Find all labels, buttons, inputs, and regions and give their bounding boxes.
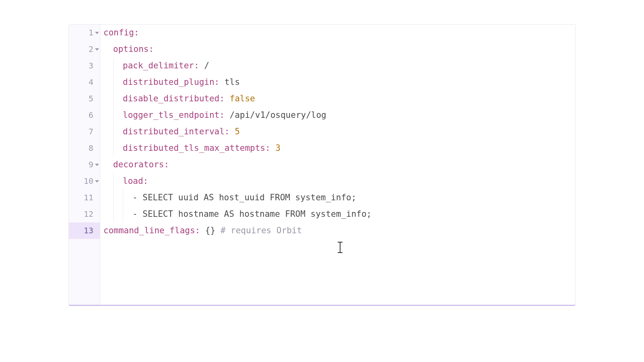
gutter-line[interactable]: 4: [69, 74, 100, 90]
code-token-key: options:: [113, 41, 154, 58]
code-line[interactable]: decorators:: [103, 156, 572, 173]
gutter-line[interactable]: 6: [69, 107, 100, 123]
code-token-dash: -: [132, 189, 142, 206]
indent-guide: [113, 206, 123, 222]
code-line[interactable]: logger_tls_endpoint: /api/v1/osquery/log: [103, 107, 572, 123]
line-number: 8: [89, 140, 93, 156]
code-editor: 12345678910111213 config:options:pack_de…: [68, 24, 576, 306]
gutter-line[interactable]: 13: [69, 222, 100, 239]
code-token-key: logger_tls_endpoint:: [123, 107, 225, 123]
text-cursor-icon: [338, 242, 343, 253]
code-token-key: load:: [123, 173, 148, 189]
code-token-brace: {}: [200, 222, 221, 239]
line-number: 10: [84, 173, 93, 189]
indent-guide: [113, 90, 123, 107]
code-line[interactable]: distributed_interval: 5: [103, 123, 572, 140]
code-token-dash: -: [132, 206, 142, 222]
code-token-num: 3: [270, 140, 281, 156]
indent-guide: [113, 123, 123, 140]
line-number: 12: [84, 206, 93, 222]
gutter-line[interactable]: 2: [69, 41, 100, 58]
gutter-line[interactable]: 3: [69, 58, 100, 74]
indent-guide: [123, 189, 132, 206]
gutter-line[interactable]: 12: [69, 206, 100, 222]
fold-toggle-icon[interactable]: [95, 32, 99, 34]
indent-guide: [113, 74, 123, 90]
line-number: 4: [89, 74, 93, 90]
code-token-key: distributed_plugin:: [123, 74, 219, 90]
code-token-key: decorators:: [113, 156, 169, 173]
gutter-line[interactable]: 1: [69, 25, 100, 41]
line-number: 13: [84, 223, 93, 239]
fold-toggle-icon[interactable]: [95, 48, 99, 51]
code-token-key: distributed_interval:: [123, 123, 230, 140]
code-token-value: /: [199, 58, 209, 74]
code-line[interactable]: options:: [103, 41, 572, 58]
code-line[interactable]: config:: [103, 25, 572, 41]
line-number: 7: [89, 124, 93, 140]
code-token-key: pack_delimiter:: [123, 58, 199, 74]
code-line[interactable]: - SELECT uuid AS host_uuid FROM system_i…: [103, 189, 572, 206]
line-number: 5: [89, 91, 93, 107]
code-token-num: 5: [230, 123, 240, 140]
code-line[interactable]: pack_delimiter: /: [103, 58, 572, 74]
gutter-line[interactable]: 7: [69, 123, 100, 140]
code-line[interactable]: distributed_plugin: tls: [103, 74, 572, 90]
code-token-key: command_line_flags:: [103, 222, 200, 239]
code-line[interactable]: disable_distributed: false: [103, 90, 572, 107]
editor-gutter: 12345678910111213: [69, 25, 100, 305]
line-number: 9: [89, 157, 93, 173]
gutter-line[interactable]: 5: [69, 90, 100, 107]
line-number: 11: [84, 190, 93, 206]
gutter-line[interactable]: 10: [69, 173, 100, 189]
fold-toggle-icon[interactable]: [95, 180, 99, 183]
code-line[interactable]: load:: [103, 173, 572, 189]
gutter-line[interactable]: 9: [69, 156, 100, 173]
indent-guide: [113, 173, 123, 189]
code-line[interactable]: distributed_tls_max_attempts: 3: [103, 140, 572, 156]
line-number: 1: [89, 25, 93, 41]
indent-guide: [113, 189, 123, 206]
indent-guide: [113, 107, 123, 123]
code-token-key: distributed_tls_max_attempts:: [123, 140, 270, 156]
gutter-line[interactable]: 8: [69, 140, 100, 156]
code-token-key: config:: [103, 25, 139, 41]
line-number: 3: [89, 58, 93, 74]
code-line[interactable]: - SELECT hostname AS hostname FROM syste…: [103, 206, 572, 222]
indent-guide: [113, 140, 123, 156]
gutter-line[interactable]: 11: [69, 189, 100, 206]
editor-code-area[interactable]: config:options:pack_delimiter: /distribu…: [100, 25, 575, 305]
fold-toggle-icon[interactable]: [95, 164, 99, 166]
code-token-comment: # requires Orbit: [221, 222, 302, 239]
line-number: 2: [89, 41, 93, 57]
line-number: 6: [89, 107, 93, 123]
code-token-key: disable_distributed:: [123, 90, 225, 107]
code-token-str: SELECT hostname AS hostname FROM system_…: [142, 206, 372, 222]
code-line[interactable]: command_line_flags: {} # requires Orbit: [103, 222, 572, 239]
indent-guide: [123, 206, 132, 222]
code-token-value: /api/v1/osquery/log: [225, 107, 326, 123]
indent-guide: [113, 58, 123, 74]
code-token-bool: false: [225, 90, 255, 107]
code-token-str: SELECT uuid AS host_uuid FROM system_inf…: [142, 189, 356, 206]
code-token-value: tls: [219, 74, 240, 90]
